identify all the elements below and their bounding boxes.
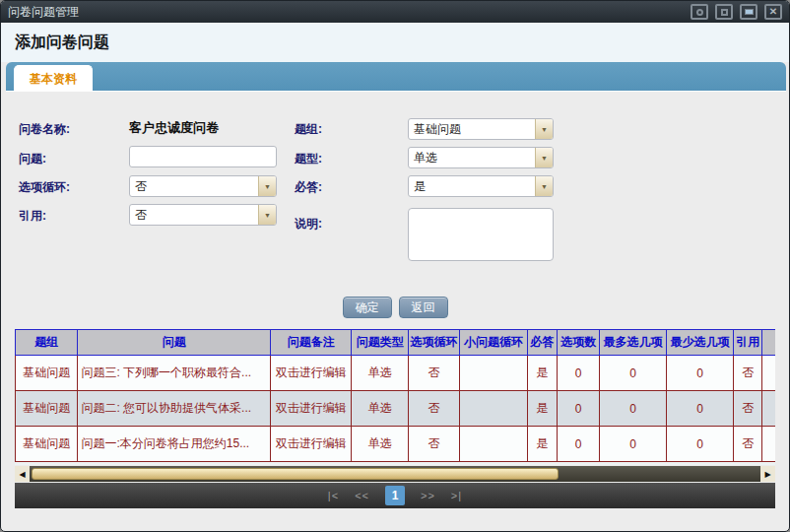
grid-header-cell[interactable]: 问题类型 <box>352 330 408 356</box>
grid-cell[interactable]: 单选 <box>352 356 408 391</box>
grid-cell[interactable]: 0 <box>600 427 666 462</box>
grid-header-cell[interactable]: 小问题循环 <box>460 330 528 356</box>
grid-cell[interactable]: 问题一:本分问卷将占用您约15... <box>78 427 270 462</box>
grid-cell[interactable]: 问题三: 下列哪一个职称最符合... <box>78 356 270 391</box>
chevron-down-icon[interactable]: ▼ <box>535 176 553 196</box>
grid-cell[interactable]: 单选 <box>352 427 408 462</box>
grid-cell[interactable]: 0 <box>666 356 734 391</box>
grid-cell[interactable]: 0 <box>557 356 599 391</box>
grid-cell[interactable] <box>460 356 528 391</box>
ok-button[interactable]: 确定 <box>343 297 392 318</box>
grid-header-cell[interactable]: 问题 <box>78 330 270 356</box>
grid-cell[interactable]: 0 <box>557 391 599 427</box>
back-button[interactable]: 返回 <box>399 297 448 318</box>
pager-last-button[interactable]: >| <box>451 490 462 501</box>
horizontal-scrollbar[interactable]: ◀ ▶ <box>15 466 775 482</box>
grid-cell[interactable]: 双击进行编辑 <box>270 356 352 391</box>
grid-cell[interactable]: 是 <box>527 356 557 391</box>
pager-next-button[interactable]: >> <box>421 490 435 501</box>
chevron-down-icon[interactable]: ▼ <box>535 148 553 167</box>
grid-cell[interactable] <box>762 427 775 462</box>
grid-cell[interactable]: 否 <box>408 427 459 462</box>
grid-cell[interactable]: 否 <box>734 427 762 462</box>
scrollbar-thumb[interactable] <box>32 468 559 480</box>
required-value: 是 <box>409 178 535 195</box>
grid-cell[interactable] <box>762 356 775 391</box>
pager-current-page[interactable]: 1 <box>385 486 405 505</box>
grid-cell[interactable]: 是 <box>527 427 557 462</box>
grid-header-cell[interactable]: 必答 <box>527 330 557 356</box>
grid-cell[interactable]: 否 <box>734 356 762 391</box>
page-header: 添加问卷问题 <box>1 23 789 62</box>
type-value: 单选 <box>409 150 535 166</box>
tab-basic-info[interactable]: 基本资料 <box>14 65 93 92</box>
description-label: 说明: <box>295 216 322 233</box>
grid-cell[interactable]: 0 <box>557 427 599 462</box>
table-row[interactable]: 基础问题问题一:本分问卷将占用您约15...双击进行编辑单选否是000否 <box>16 427 776 462</box>
grid-cell[interactable]: 单选 <box>352 391 408 427</box>
grid-header-cell[interactable]: 选项数 <box>557 330 599 356</box>
grid-header-cell[interactable]: 最少选几项 <box>666 330 734 356</box>
grid-cell[interactable]: 否 <box>408 391 459 427</box>
required-label: 必答: <box>295 179 322 196</box>
questionnaire-question-window: 问卷问题管理 ✕ 添加问卷问题 基本资料 问卷名称: 客户忠诚度问卷 问题: 选… <box>0 0 790 532</box>
ring-glyph <box>696 9 703 16</box>
chevron-down-icon[interactable]: ▼ <box>258 205 276 225</box>
grid-cell[interactable]: 0 <box>666 391 734 427</box>
action-button-row: 确定 返回 <box>1 297 789 320</box>
grid-header-cell[interactable]: 引用 <box>762 330 775 356</box>
group-select[interactable]: 基础问题 ▼ <box>408 118 554 140</box>
reference-select[interactable]: 否 ▼ <box>129 204 277 226</box>
survey-name-value: 客户忠诚度问卷 <box>129 119 219 137</box>
grid-cell[interactable] <box>460 427 528 462</box>
pager-prev-button[interactable]: << <box>355 490 369 501</box>
table-row[interactable]: 基础问题问题二: 您可以协助提供气体采...双击进行编辑单选否是000否 <box>16 391 776 427</box>
grid-cell[interactable]: 0 <box>600 391 666 427</box>
required-select[interactable]: 是 ▼ <box>408 175 554 197</box>
option-loop-value: 否 <box>130 178 258 195</box>
grid-header-cell[interactable]: 选项循环 <box>408 330 459 356</box>
grid-header-cell[interactable]: 最多选几项 <box>600 330 666 356</box>
grid-cell[interactable]: 双击进行编辑 <box>270 391 352 427</box>
square-glyph <box>721 9 728 16</box>
type-label: 题型: <box>295 151 322 167</box>
grid-cell[interactable]: 0 <box>600 356 666 391</box>
grid-cell[interactable]: 问题二: 您可以协助提供气体采... <box>78 391 270 427</box>
grid-cell[interactable]: 是 <box>527 391 557 427</box>
grid-cell[interactable]: 双击进行编辑 <box>270 427 352 462</box>
grid-cell[interactable]: 否 <box>408 356 459 391</box>
minimize-icon[interactable] <box>740 4 757 20</box>
chevron-down-icon[interactable]: ▼ <box>535 119 553 139</box>
restore-icon[interactable] <box>691 4 708 20</box>
grid-header-cell[interactable]: 问题备注 <box>270 330 352 356</box>
group-label: 题组: <box>295 121 322 138</box>
question-input[interactable] <box>129 146 277 167</box>
close-icon[interactable]: ✕ <box>764 4 782 20</box>
option-loop-select[interactable]: 否 ▼ <box>129 175 277 197</box>
question-grid: 题组问题问题备注问题类型选项循环小问题循环必答选项数最多选几项最少选几项引用引用… <box>15 329 775 465</box>
reference-label: 引用: <box>19 208 46 225</box>
type-select[interactable]: 单选 ▼ <box>408 147 554 168</box>
grid-body: 基础问题问题三: 下列哪一个职称最符合...双击进行编辑单选否是000否基础问题… <box>16 356 776 462</box>
grid-header-cell[interactable]: 题组 <box>16 330 78 356</box>
question-table: 题组问题问题备注问题类型选项循环小问题循环必答选项数最多选几项最少选几项引用引用… <box>15 329 775 462</box>
pager-first-button[interactable]: |< <box>328 490 339 501</box>
window-tools: ✕ <box>684 4 782 20</box>
survey-name-label: 问卷名称: <box>19 121 70 138</box>
grid-cell[interactable]: 基础问题 <box>16 391 78 427</box>
grid-cell[interactable] <box>762 391 775 427</box>
grid-cell[interactable]: 否 <box>734 391 762 427</box>
table-row[interactable]: 基础问题问题三: 下列哪一个职称最符合...双击进行编辑单选否是000否 <box>16 356 776 391</box>
maximize-icon[interactable] <box>715 4 733 20</box>
scroll-left-icon[interactable]: ◀ <box>15 466 30 482</box>
scroll-right-icon[interactable]: ▶ <box>760 466 775 482</box>
grid-cell[interactable]: 基础问题 <box>16 427 78 462</box>
description-textarea[interactable] <box>408 208 554 261</box>
chevron-down-icon[interactable]: ▼ <box>258 176 276 196</box>
grid-cell[interactable] <box>460 391 528 427</box>
grid-cell[interactable]: 基础问题 <box>16 356 78 391</box>
tab-strip: 基本资料 <box>6 62 786 92</box>
grid-header-cell[interactable]: 引用 <box>734 330 762 356</box>
grid-cell[interactable]: 0 <box>666 427 734 462</box>
group-value: 基础问题 <box>409 121 535 138</box>
